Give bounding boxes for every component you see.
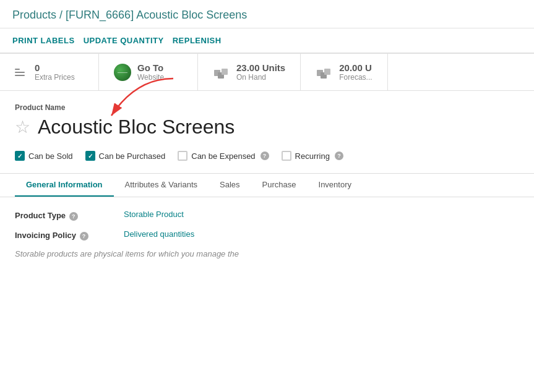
stat-bar-wrapper: 0 Extra Prices Go To Website 23.00 Units… [0, 54, 534, 91]
can-be-expensed-help-icon[interactable]: ? [261, 151, 269, 160]
breadcrumb-current: [FURN_6666] Acoustic Bloc Screens [66, 9, 247, 21]
forecast-label: Forecas... [339, 73, 372, 82]
go-to-website-content: Go To Website [137, 62, 164, 82]
extra-prices-stat[interactable]: 0 Extra Prices [0, 54, 99, 90]
recurring-help-icon[interactable]: ? [335, 151, 343, 160]
go-to-website-stat[interactable]: Go To Website [99, 54, 198, 90]
go-to-website-line2: Website [137, 73, 164, 82]
product-name-row: ☆ Acoustic Bloc Screens [15, 116, 519, 138]
print-labels-button[interactable]: PRINT LABELS [12, 33, 84, 48]
units-on-hand-stat[interactable]: 23.00 Units On Hand [198, 54, 301, 90]
tab-purchase[interactable]: Purchase [251, 174, 308, 197]
cubes-icon-onhand [213, 64, 230, 81]
tab-general-information[interactable]: General Information [15, 174, 114, 197]
go-to-website-line1: Go To [137, 62, 164, 73]
can-be-expensed-checkbox[interactable]: Can be Expensed ? [178, 151, 269, 161]
tab-inventory[interactable]: Inventory [308, 174, 363, 197]
favorite-star[interactable]: ☆ [15, 119, 30, 136]
can-be-purchased-checkbox[interactable]: Can be Purchased [85, 151, 166, 161]
extra-prices-content: 0 Extra Prices [35, 62, 75, 82]
tab-sales[interactable]: Sales [209, 174, 251, 197]
action-bar: PRINT LABELS UPDATE QUANTITY REPLENISH [0, 28, 534, 54]
breadcrumb-separator: / [59, 9, 66, 21]
invoicing-policy-help-icon[interactable]: ? [80, 232, 88, 241]
can-be-sold-label: Can be Sold [28, 151, 73, 161]
invoicing-policy-row: Invoicing Policy ? Delivered quantities [15, 229, 519, 241]
units-forecast-stat[interactable]: 20.00 U Forecas... [301, 54, 387, 90]
product-type-value[interactable]: Storable Product [124, 210, 184, 219]
can-be-expensed-label: Can be Expensed [191, 151, 255, 161]
stat-bar: 0 Extra Prices Go To Website 23.00 Units… [0, 54, 534, 91]
cubes-icon-forecast [316, 64, 333, 81]
can-be-expensed-box[interactable] [178, 151, 187, 161]
recurring-box[interactable] [282, 151, 291, 161]
globe-icon [114, 64, 131, 81]
invoicing-policy-key: Invoicing Policy ? [15, 229, 114, 241]
forecast-number: 20.00 U [339, 62, 372, 73]
update-quantity-button[interactable]: UPDATE QUANTITY [84, 33, 173, 48]
breadcrumb-bar: Products / [FURN_6666] Acoustic Bloc Scr… [0, 0, 534, 28]
can-be-sold-checkbox[interactable]: Can be Sold [15, 151, 73, 161]
product-type-row: Product Type ? Storable Product [15, 210, 519, 221]
product-type-key: Product Type ? [15, 210, 114, 221]
extra-prices-number: 0 [35, 62, 75, 73]
units-on-hand-content: 23.00 Units On Hand [236, 62, 285, 82]
svg-rect-5 [324, 69, 330, 75]
checkboxes-row: Can be Sold Can be Purchased Can be Expe… [15, 151, 519, 161]
can-be-purchased-box[interactable] [85, 151, 95, 161]
product-form: Product Name ☆ Acoustic Bloc Screens Can… [0, 91, 534, 283]
can-be-sold-box[interactable] [15, 151, 25, 161]
tab-attributes-variants[interactable]: Attributes & Variants [114, 174, 209, 197]
product-type-help-icon[interactable]: ? [69, 212, 78, 221]
product-title[interactable]: Acoustic Bloc Screens [38, 116, 235, 138]
extra-prices-label: Extra Prices [35, 73, 75, 82]
units-on-hand-label: On Hand [236, 73, 285, 82]
breadcrumb-parent[interactable]: Products [12, 9, 56, 21]
replenish-button[interactable]: REPLENISH [173, 33, 230, 48]
can-be-purchased-label: Can be Purchased [99, 151, 166, 161]
product-name-label: Product Name [15, 103, 519, 112]
list-icon [15, 69, 28, 76]
breadcrumb: Products / [FURN_6666] Acoustic Bloc Scr… [12, 9, 247, 21]
forecast-content: 20.00 U Forecas... [339, 62, 372, 82]
units-on-hand-number: 23.00 Units [236, 62, 285, 73]
recurring-label: Recurring [295, 151, 330, 161]
recurring-checkbox[interactable]: Recurring ? [282, 151, 343, 161]
tabs-bar: General Information Attributes & Variant… [0, 173, 534, 197]
svg-rect-2 [222, 69, 228, 75]
form-section: Product Type ? Storable Product Invoicin… [15, 197, 519, 271]
invoicing-policy-value[interactable]: Delivered quantities [124, 229, 194, 239]
form-note: Storable products are physical items for… [15, 249, 519, 258]
